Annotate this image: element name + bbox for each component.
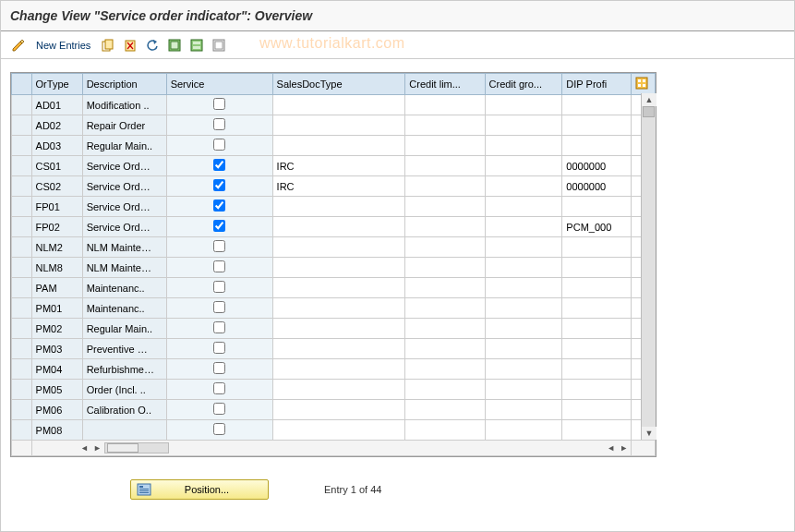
cell-salesdoctype[interactable] xyxy=(272,339,405,359)
scroll-left-icon[interactable]: ◄ xyxy=(78,441,91,454)
cell-ortype[interactable]: CS01 xyxy=(31,156,82,176)
service-checkbox[interactable] xyxy=(213,220,225,232)
row-selector[interactable] xyxy=(12,136,32,156)
scroll-down-icon[interactable]: ▼ xyxy=(642,427,656,440)
cell-ortype[interactable]: AD02 xyxy=(31,115,82,136)
cell-creditlim[interactable] xyxy=(405,176,485,197)
cell-ortype[interactable]: FP02 xyxy=(31,217,82,237)
cell-ortype[interactable]: PM02 xyxy=(31,319,82,339)
cell-creditgro[interactable] xyxy=(485,95,562,115)
position-button[interactable]: Position... xyxy=(130,479,269,500)
cell-creditlim[interactable] xyxy=(405,380,485,400)
cell-creditgro[interactable] xyxy=(485,136,562,156)
table-row[interactable]: PM01Maintenanc.. xyxy=(12,298,656,319)
row-selector[interactable] xyxy=(12,156,32,176)
cell-creditlim[interactable] xyxy=(405,115,485,136)
cell-salesdoctype[interactable] xyxy=(272,197,405,217)
cell-creditgro[interactable] xyxy=(485,420,562,441)
cell-dipprofi[interactable]: PCM_000 xyxy=(562,217,631,237)
table-row[interactable]: PM08 xyxy=(12,420,656,441)
row-selector[interactable] xyxy=(12,217,32,237)
cell-description[interactable]: Regular Main.. xyxy=(82,136,166,156)
cell-dipprofi[interactable] xyxy=(562,278,631,298)
select-all-icon[interactable] xyxy=(166,37,183,54)
service-checkbox[interactable] xyxy=(213,342,225,354)
cell-ortype[interactable]: AD01 xyxy=(31,95,82,115)
cell-dipprofi[interactable] xyxy=(562,136,631,156)
cell-salesdoctype[interactable] xyxy=(272,95,405,115)
copy-as-icon[interactable] xyxy=(100,37,116,54)
cell-salesdoctype[interactable] xyxy=(272,237,405,258)
cell-creditlim[interactable] xyxy=(405,156,485,176)
column-service[interactable]: Service xyxy=(166,74,272,95)
cell-creditgro[interactable] xyxy=(485,359,562,380)
row-selector[interactable] xyxy=(12,339,32,359)
cell-service[interactable] xyxy=(166,176,272,197)
cell-creditgro[interactable] xyxy=(485,156,562,176)
column-ortype[interactable]: OrType xyxy=(31,74,82,95)
horizontal-scrollbar[interactable]: ◄ ► ◄ ► xyxy=(32,441,631,455)
cell-dipprofi[interactable] xyxy=(562,258,631,278)
service-checkbox[interactable] xyxy=(213,382,225,394)
cell-creditgro[interactable] xyxy=(485,197,562,217)
cell-ortype[interactable]: NLM2 xyxy=(31,237,82,258)
cell-description[interactable]: NLM Mainte… xyxy=(82,258,166,278)
cell-dipprofi[interactable] xyxy=(562,95,631,115)
table-row[interactable]: PAMMaintenanc.. xyxy=(12,278,656,298)
table-row[interactable]: NLM2NLM Mainte… xyxy=(12,237,656,258)
service-checkbox[interactable] xyxy=(213,260,225,272)
cell-service[interactable] xyxy=(166,420,272,441)
cell-ortype[interactable]: PM04 xyxy=(31,359,82,380)
row-selector[interactable] xyxy=(12,319,32,339)
cell-salesdoctype[interactable] xyxy=(272,136,405,156)
scroll-thumb[interactable] xyxy=(643,106,655,117)
cell-ortype[interactable]: AD03 xyxy=(31,136,82,156)
cell-creditgro[interactable] xyxy=(485,176,562,197)
service-checkbox[interactable] xyxy=(213,118,225,130)
cell-dipprofi[interactable] xyxy=(562,298,631,319)
service-checkbox[interactable] xyxy=(213,321,225,333)
cell-dipprofi[interactable] xyxy=(562,359,631,380)
cell-description[interactable]: Order (Incl. .. xyxy=(82,380,166,400)
scroll-up-icon[interactable]: ▲ xyxy=(642,93,656,106)
cell-ortype[interactable]: CS02 xyxy=(31,176,82,197)
column-description[interactable]: Description xyxy=(82,74,166,95)
cell-creditgro[interactable] xyxy=(485,115,562,136)
row-selector[interactable] xyxy=(12,237,32,258)
table-row[interactable]: FP02Service Ord…PCM_000 xyxy=(12,217,656,237)
cell-service[interactable] xyxy=(166,400,272,420)
cell-creditlim[interactable] xyxy=(405,339,485,359)
table-row[interactable]: PM05Order (Incl. .. xyxy=(12,380,656,400)
cell-creditlim[interactable] xyxy=(405,237,485,258)
cell-ortype[interactable]: PM06 xyxy=(31,400,82,420)
cell-dipprofi[interactable] xyxy=(562,420,631,441)
cell-salesdoctype[interactable] xyxy=(272,298,405,319)
cell-creditgro[interactable] xyxy=(485,258,562,278)
cell-service[interactable] xyxy=(166,298,272,319)
cell-service[interactable] xyxy=(166,380,272,400)
cell-creditgro[interactable] xyxy=(485,278,562,298)
cell-salesdoctype[interactable] xyxy=(272,420,405,441)
cell-ortype[interactable]: PM03 xyxy=(31,339,82,359)
cell-salesdoctype[interactable] xyxy=(272,380,405,400)
cell-salesdoctype[interactable] xyxy=(272,278,405,298)
cell-service[interactable] xyxy=(166,359,272,380)
row-selector[interactable] xyxy=(12,197,32,217)
cell-dipprofi[interactable]: 0000000 xyxy=(562,156,631,176)
scroll-right-end-icon[interactable]: ► xyxy=(618,441,631,454)
cell-service[interactable] xyxy=(166,278,272,298)
delete-icon[interactable] xyxy=(122,37,139,54)
cell-description[interactable]: Calibration O.. xyxy=(82,400,166,420)
cell-description[interactable]: Regular Main.. xyxy=(82,319,166,339)
cell-service[interactable] xyxy=(166,156,272,176)
cell-creditgro[interactable] xyxy=(485,339,562,359)
service-checkbox[interactable] xyxy=(213,179,225,191)
cell-creditlim[interactable] xyxy=(405,95,485,115)
cell-creditlim[interactable] xyxy=(405,420,485,441)
service-checkbox[interactable] xyxy=(213,423,225,435)
column-creditlim[interactable]: Credit lim... xyxy=(405,74,485,95)
cell-creditlim[interactable] xyxy=(405,319,485,339)
service-checkbox[interactable] xyxy=(213,139,225,151)
column-dipprofi[interactable]: DIP Profi xyxy=(562,74,631,95)
cell-description[interactable]: NLM Mainte… xyxy=(82,237,166,258)
